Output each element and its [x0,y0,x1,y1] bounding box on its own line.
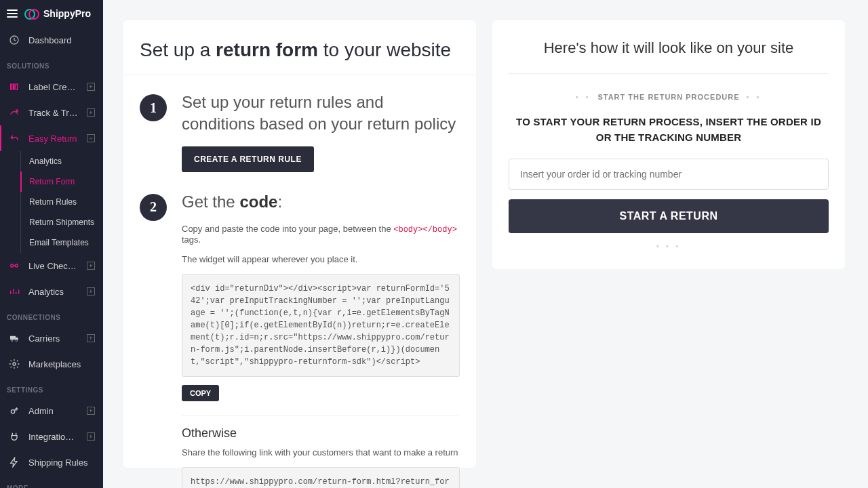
easy-return-subnav: Analytics Return Form Return Rules Retur… [0,151,103,253]
checkout-icon [8,260,20,272]
collapse-icon[interactable]: − [87,134,95,142]
subnav-email-templates[interactable]: Email Templates [20,232,103,253]
nav-track-trace[interactable]: Track & Trace + [0,100,103,125]
share-link-block[interactable]: https://www.shippypro.com/return-form.ht… [182,467,460,488]
nav-label: Easy Return [28,134,79,144]
expand-icon[interactable]: + [87,407,95,415]
admin-icon [8,405,20,417]
brand-name: ShippyPro [43,8,91,19]
section-more: MORE [0,475,103,488]
nav-label: Shipping Rules [28,458,95,468]
section-connections: CONNECTIONS [0,304,103,325]
svg-point-8 [16,340,18,342]
subnav-return-shipments[interactable]: Return Shipments [20,212,103,232]
svg-point-10 [11,410,14,413]
nav-live-checkout[interactable]: Live Checkout + [0,253,103,279]
hamburger-icon[interactable] [7,9,18,18]
svg-rect-1 [11,84,12,89]
step-1: 1 Set up your return rules and condition… [140,92,460,172]
return-icon [8,132,20,144]
create-rule-button[interactable]: CREATE A RETURN RULE [182,146,314,172]
main-content: Set up a return form to your website 1 S… [103,0,868,488]
svg-point-4 [16,110,18,112]
expand-icon[interactable]: + [87,334,95,342]
nav-label-creator[interactable]: Label Creator + [0,74,103,100]
step-2: 2 Get the code: Copy and paste the code … [140,191,460,488]
step-title: Get the code: [182,191,460,213]
preview-title: Here's how it will look like on your sit… [509,39,829,57]
nav-label: Marketplaces [28,359,95,369]
page-title: Set up a return form to your website [140,39,460,61]
logo-icon [24,9,39,18]
expand-icon[interactable]: + [87,83,95,91]
start-return-button[interactable]: START A RETURN [509,199,829,233]
nav-dashboard[interactable]: Dashboard [0,27,103,53]
divider [509,73,829,74]
sidebar: ShippyPro Dashboard SOLUTIONS Label Crea… [0,0,103,488]
preview-heading: TO START YOUR RETURN PROCESS, INSERT THE… [509,115,829,145]
divider [123,75,476,75]
step-description: Copy and paste the code into your page, … [182,224,460,245]
nav-label: Track & Trace [28,108,79,118]
track-icon [8,106,20,119]
nav-label: Label Creator [28,82,79,92]
nav-easy-return[interactable]: Easy Return − [0,125,103,151]
nav-label: Analytics [28,287,79,297]
dots-icon: • • • [509,243,829,250]
label-icon [8,81,20,93]
step-number: 1 [140,94,167,121]
expand-icon[interactable]: + [87,287,95,296]
carriers-icon [8,332,20,344]
setup-card: Set up a return form to your website 1 S… [123,20,476,468]
subnav-return-form[interactable]: Return Form [20,171,103,192]
inline-code: <body></body> [393,225,457,235]
otherwise-title: Otherwise [182,415,460,441]
brand-logo[interactable]: ShippyPro [24,8,91,19]
nav-analytics[interactable]: Analytics + [0,279,103,304]
nav-shipping-rules[interactable]: Shipping Rules [0,449,103,475]
nav-label: Integrations ... [28,432,79,442]
nav-admin[interactable]: Admin + [0,398,103,424]
svg-rect-3 [16,84,18,89]
dashboard-icon [8,34,20,46]
preview-card: Here's how it will look like on your sit… [492,20,845,269]
integrations-icon [8,430,20,443]
nav-marketplaces[interactable]: Marketplaces [0,351,103,377]
nav-label: Admin [28,406,79,416]
section-solutions: SOLUTIONS [0,53,103,74]
subnav-analytics[interactable]: Analytics [20,151,103,171]
otherwise-description: Share the following link with your custo… [182,447,460,458]
step-number: 2 [140,194,167,221]
copy-code-button[interactable]: COPY [182,385,219,401]
subnav-return-rules[interactable]: Return Rules [20,192,103,212]
preview-ribbon: START THE RETURN PROCEDURE [509,93,829,101]
step-description: The widget will appear wherever you plac… [182,254,460,264]
order-id-input[interactable] [509,159,829,190]
analytics-icon [8,285,20,298]
nav-label: Carriers [28,333,79,344]
nav-label: Live Checkout [28,261,79,271]
svg-point-7 [11,340,13,342]
step-title: Set up your return rules and conditions … [182,92,460,136]
svg-rect-2 [14,84,14,89]
marketplaces-icon [8,358,20,370]
expand-icon[interactable]: + [87,108,95,117]
nav-label: Dashboard [28,35,95,45]
section-settings: SETTINGS [0,377,103,398]
svg-point-6 [15,264,18,267]
expand-icon[interactable]: + [87,262,95,270]
svg-point-5 [11,264,14,267]
nav-carriers[interactable]: Carriers + [0,325,103,351]
shipping-rules-icon [8,456,20,468]
nav-integrations[interactable]: Integrations ... + [0,424,103,449]
expand-icon[interactable]: + [87,432,95,441]
svg-point-9 [13,363,16,365]
embed-code-block[interactable]: <div id="returnDiv"></div><script>var re… [182,274,460,377]
